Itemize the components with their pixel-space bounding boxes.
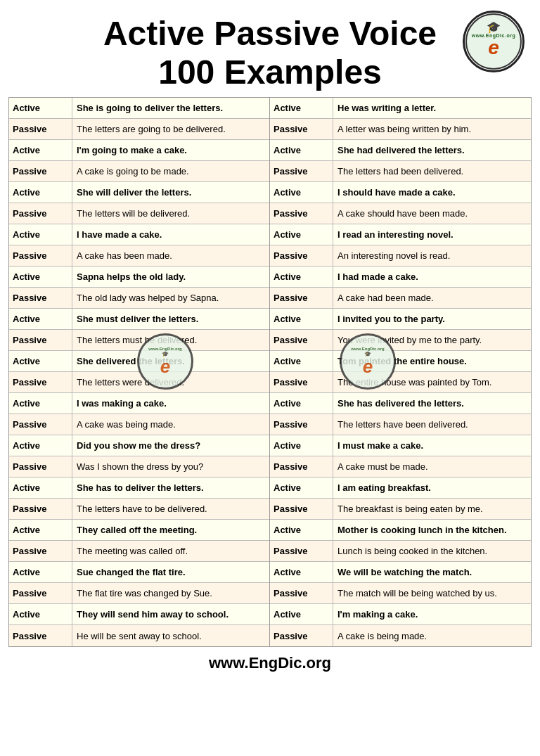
cell-text: I have made a cake. (72, 224, 269, 245)
table-row: Active She has to deliver the letters. (9, 478, 269, 499)
cell-type: Active (9, 435, 72, 456)
table-row: Active She had delivered the letters. (270, 140, 531, 161)
cell-text: Mother is cooking lunch in the kitchen. (333, 520, 531, 540)
cell-type: Passive (9, 119, 72, 139)
table-row: Active Sapna helps the old lady. (9, 267, 269, 288)
cell-text: The letters were delivered. (72, 372, 269, 392)
table-row: Passive A cake had been made. (270, 288, 531, 309)
cell-type: Active (270, 351, 333, 371)
footer: www.EngDic.org (7, 647, 533, 676)
cell-text: Sapna helps the old lady. (72, 267, 269, 287)
cell-type: Passive (270, 330, 333, 350)
table-row: Passive The old lady was helped by Sapna… (9, 288, 269, 309)
cell-type: Passive (9, 414, 72, 435)
table-row: Passive The meeting was called off. (9, 541, 269, 562)
cell-type: Active (270, 562, 333, 582)
cell-text: I invited you to the party. (333, 309, 531, 329)
right-table: Active He was writing a letter. Passive … (270, 98, 531, 646)
table-row: Passive The letters have to be delivered… (9, 499, 269, 520)
table-row: Active We will be watching the match. (270, 562, 531, 583)
cell-text: I am eating breakfast. (333, 478, 531, 498)
cell-text: You were invited by me to the party. (333, 330, 531, 350)
cell-type: Active (9, 98, 72, 118)
cell-text: I must make a cake. (333, 435, 531, 456)
cell-type: Passive (270, 288, 333, 308)
page: Active Passive Voice 100 Examples 🎓 www.… (0, 0, 540, 690)
cell-text: Did you show me the dress? (72, 435, 269, 456)
cell-text: She must deliver the letters. (72, 309, 269, 329)
cell-type: Passive (9, 499, 72, 519)
table-row: Active Did you show me the dress? (9, 435, 269, 456)
cell-type: Active (270, 224, 333, 245)
cell-type: Passive (9, 456, 72, 477)
table-row: Active She must deliver the letters. (9, 309, 269, 330)
cell-text: She has to deliver the letters. (72, 478, 269, 498)
cell-text: A cake should have been made. (333, 203, 531, 224)
table-row: Passive A cake is going to be made. (9, 161, 269, 182)
cell-type: Passive (270, 372, 333, 392)
table-row: Active I'm going to make a cake. (9, 140, 269, 161)
cell-text: The breakfast is being eaten by me. (333, 499, 531, 519)
cell-text: An interesting novel is read. (333, 245, 531, 266)
title-line2: 100 Examples (158, 53, 382, 91)
logo-circle: 🎓 www.EngDic.org e (463, 11, 525, 72)
cell-type: Active (270, 182, 333, 203)
cell-text: The letters will be delivered. (72, 203, 269, 224)
cell-type: Active (270, 309, 333, 329)
title-line1: Active Passive Voice (103, 15, 437, 52)
cell-text: The letters are going to be delivered. (72, 119, 269, 139)
cell-type: Active (9, 393, 72, 414)
cell-type: Passive (9, 583, 72, 603)
cell-type: Passive (9, 203, 72, 224)
table-row: Passive A cake should have been made. (270, 203, 531, 224)
cell-text: He will be sent away to school. (72, 625, 269, 646)
logo-letter: e (488, 38, 499, 58)
cell-type: Passive (9, 161, 72, 181)
cell-type: Active (270, 478, 333, 498)
main-table: Active She is going to deliver the lette… (8, 97, 532, 647)
cell-text: He was writing a letter. (333, 98, 531, 118)
cell-type: Passive (270, 456, 333, 477)
cell-text: She has delivered the letters. (333, 393, 531, 414)
cell-text: The entire house was painted by Tom. (333, 372, 531, 392)
cell-text: A cake is being made. (333, 625, 531, 646)
cell-type: Active (9, 520, 72, 540)
cell-text: They will send him away to school. (72, 604, 269, 624)
table-row: Active I'm making a cake. (270, 604, 531, 625)
table-row: Passive The entire house was painted by … (270, 372, 531, 393)
cell-type: Active (9, 478, 72, 498)
cell-type: Passive (9, 372, 72, 392)
table-row: Passive The letters will be delivered. (9, 203, 269, 224)
table-row: Passive The flat tire was changed by Sue… (9, 583, 269, 604)
cell-text: Lunch is being cooked in the kitchen. (333, 541, 531, 561)
cell-text: We will be watching the match. (333, 562, 531, 582)
cell-text: Was I shown the dress by you? (72, 456, 269, 477)
table-row: Active Mother is cooking lunch in the ki… (270, 520, 531, 541)
cell-type: Passive (9, 541, 72, 561)
table-row: Passive A cake was being made. (9, 414, 269, 435)
table-row: Active I have made a cake. (9, 224, 269, 245)
cell-type: Passive (270, 583, 333, 603)
cell-type: Active (9, 351, 72, 371)
table-row: Active I should have made a cake. (270, 182, 531, 203)
table-row: Passive You were invited by me to the pa… (270, 330, 531, 351)
footer-url: www.EngDic.org (209, 654, 331, 672)
cell-text: Tom painted the entire house. (333, 351, 531, 371)
table-wrapper: Active She is going to deliver the lette… (7, 97, 533, 647)
cell-type: Active (270, 98, 333, 118)
table-row: Passive A cake has been made. (9, 245, 269, 267)
table-row: Passive Lunch is being cooked in the kit… (270, 541, 531, 562)
logo: 🎓 www.EngDic.org e (463, 11, 526, 74)
cell-text: Sue changed the flat tire. (72, 562, 269, 582)
table-row: Active I read an interesting novel. (270, 224, 531, 245)
cell-type: Passive (270, 119, 333, 139)
cell-type: Active (9, 182, 72, 203)
cell-text: I should have made a cake. (333, 182, 531, 203)
cell-text: I'm making a cake. (333, 604, 531, 624)
table-row: Passive The letters must be delivered. (9, 330, 269, 351)
table-row: Active They will send him away to school… (9, 604, 269, 625)
table-row: Active They called off the meeting. (9, 520, 269, 541)
cell-text: I had made a cake. (333, 267, 531, 287)
table-row: Passive A cake must be made. (270, 456, 531, 478)
table-row: Active I am eating breakfast. (270, 478, 531, 499)
